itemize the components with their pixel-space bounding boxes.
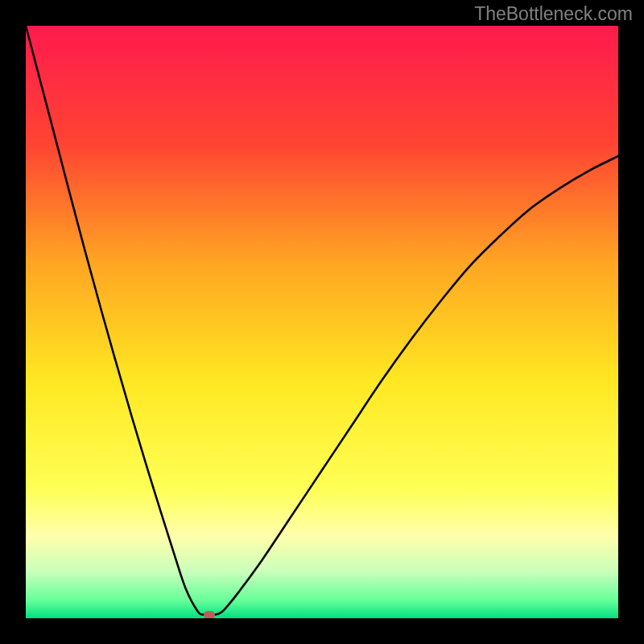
chart-root: TheBottleneck.com: [0, 0, 644, 644]
plot-area: [26, 26, 618, 618]
bottleneck-curve: [26, 26, 618, 615]
optimal-marker: [204, 611, 215, 618]
watermark-text: TheBottleneck.com: [474, 3, 633, 25]
curve-svg: [26, 26, 618, 618]
